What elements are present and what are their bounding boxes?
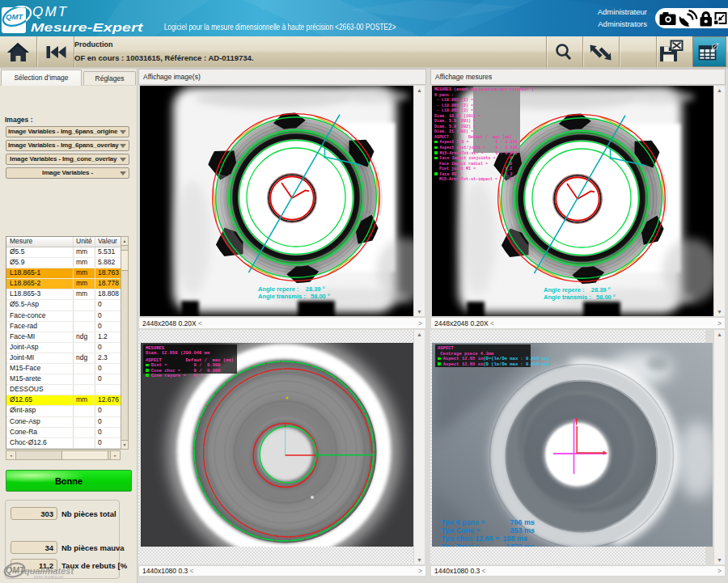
svg-text:SWISS TECHNOLOGY: SWISS TECHNOLOGY — [34, 576, 64, 579]
svg-text:qualimatest: qualimatest — [24, 566, 74, 576]
svg-text:QMT: QMT — [6, 565, 26, 575]
